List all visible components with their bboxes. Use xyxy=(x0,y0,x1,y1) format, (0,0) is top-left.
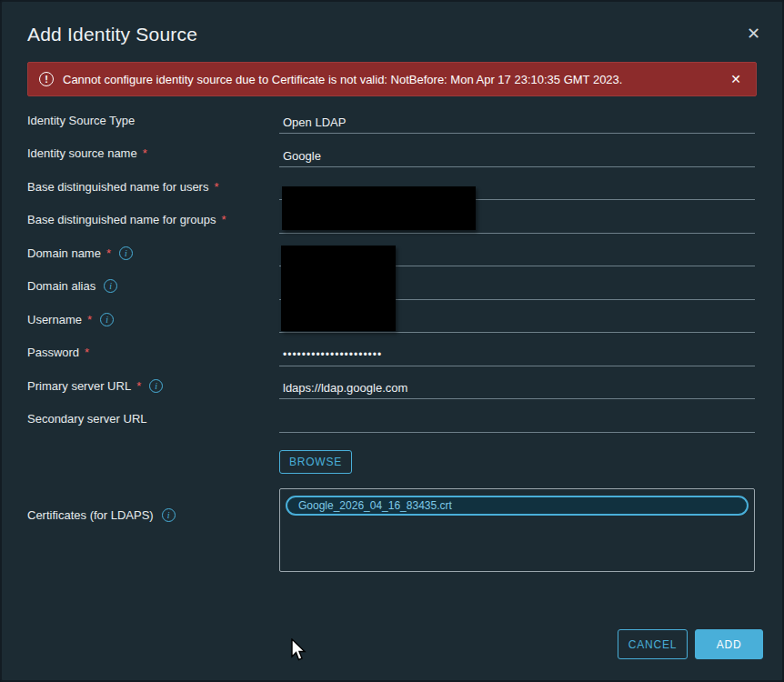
dialog-header: Add Identity Source ✕ xyxy=(2,2,782,60)
required-marker: * xyxy=(221,213,226,226)
field-row-secondary-server-url: Secondary server URL xyxy=(2,403,782,436)
label-text: Identity source name xyxy=(27,146,137,160)
error-close-icon[interactable]: ✕ xyxy=(727,72,745,86)
field-value: Google xyxy=(283,149,321,163)
label-text: Password xyxy=(27,346,79,359)
required-marker: * xyxy=(136,379,141,393)
required-marker: * xyxy=(214,180,218,194)
field-label: Identity Source Type xyxy=(27,114,279,127)
field-label: Username * i xyxy=(27,313,279,326)
error-message: Cannot configure identity source due to … xyxy=(63,73,718,86)
field-label: Secondary server URL xyxy=(27,412,279,426)
required-marker: * xyxy=(143,146,147,160)
field-value: Open LDAP xyxy=(283,115,346,129)
certificate-file-list[interactable]: Google_2026_04_16_83435.crt xyxy=(279,488,755,572)
field-label: Base distinguished name for users * xyxy=(27,180,279,194)
label-text: Identity Source Type xyxy=(27,114,135,127)
browse-button[interactable]: BROWSE xyxy=(279,450,352,474)
certificates-label: Certificates (for LDAPS) i xyxy=(27,450,279,572)
required-marker: * xyxy=(106,246,111,260)
password-input[interactable]: ••••••••••••••••••••• xyxy=(279,348,755,366)
field-label: Base distinguished name for groups * xyxy=(27,213,279,226)
label-text: Certificates (for LDAPS) xyxy=(27,508,154,522)
field-row-primary-server-url: Primary server URL * i ldaps://ldap.goog… xyxy=(2,369,782,403)
required-marker: * xyxy=(87,313,92,326)
redacted-block xyxy=(282,186,476,230)
label-text: Username xyxy=(27,313,82,326)
info-icon[interactable]: i xyxy=(119,246,133,260)
dialog-close-icon[interactable]: ✕ xyxy=(747,25,760,42)
certificates-section: Certificates (for LDAPS) i BROWSE Google… xyxy=(2,450,782,572)
certificate-file-item[interactable]: Google_2026_04_16_83435.crt xyxy=(286,496,749,516)
identity-source-type-input[interactable]: Open LDAP xyxy=(279,115,755,134)
cancel-button[interactable]: CANCEL xyxy=(618,629,688,659)
field-label: Domain alias i xyxy=(27,279,279,293)
label-text: Base distinguished name for groups xyxy=(27,213,216,226)
field-row-identity-source-name: Identity source name * Google xyxy=(2,137,782,171)
dialog-footer: CANCEL ADD xyxy=(618,629,763,659)
label-text: Domain name xyxy=(27,246,101,260)
certificates-controls: BROWSE Google_2026_04_16_83435.crt xyxy=(279,450,755,572)
secondary-server-url-input[interactable] xyxy=(279,415,755,433)
add-button[interactable]: ADD xyxy=(695,629,763,659)
field-row-identity-source-type: Identity Source Type Open LDAP xyxy=(2,104,782,137)
label-text: Domain alias xyxy=(27,279,95,293)
field-value: ldaps://ldap.google.com xyxy=(283,381,407,395)
label-text: Primary server URL xyxy=(27,379,131,393)
identity-source-name-input[interactable]: Google xyxy=(279,149,755,167)
dialog-title: Add Identity Source xyxy=(27,24,757,45)
label-text: Base distinguished name for users xyxy=(27,180,208,194)
field-label: Password * xyxy=(27,346,279,359)
field-row-password: Password * ••••••••••••••••••••• xyxy=(2,336,782,370)
field-label: Primary server URL * i xyxy=(27,379,279,393)
error-icon: ! xyxy=(39,72,54,86)
field-value: ••••••••••••••••••••• xyxy=(283,348,382,361)
label-text: Secondary server URL xyxy=(27,412,147,426)
info-icon[interactable]: i xyxy=(104,279,117,293)
info-icon[interactable]: i xyxy=(149,379,163,393)
error-banner: ! Cannot configure identity source due t… xyxy=(27,62,757,96)
info-icon[interactable]: i xyxy=(100,313,114,326)
required-marker: * xyxy=(85,346,89,359)
redacted-block xyxy=(281,246,396,331)
field-label: Identity source name * xyxy=(27,146,279,160)
field-label: Domain name * i xyxy=(27,246,279,260)
mouse-cursor xyxy=(291,638,307,662)
primary-server-url-input[interactable]: ldaps://ldap.google.com xyxy=(279,381,755,399)
add-identity-source-dialog: Add Identity Source ✕ ! Cannot configure… xyxy=(0,0,784,682)
info-icon[interactable]: i xyxy=(162,508,176,522)
